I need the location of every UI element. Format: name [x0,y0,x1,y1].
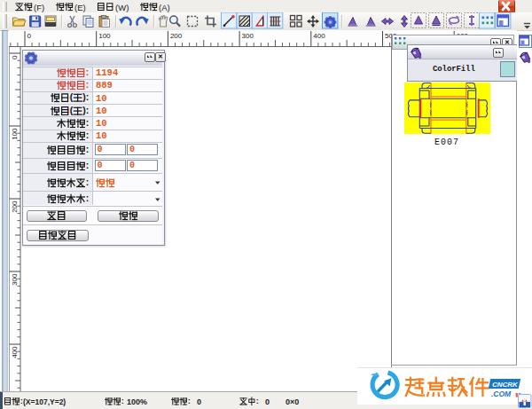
svg-text:(: ( [70,105,74,115]
svg-text::: : [86,145,90,155]
svg-text::: : [121,397,124,405]
svg-text::: : [86,193,90,203]
svg-text:200: 200 [11,201,19,213]
svg-text:200: 200 [170,32,183,40]
svg-text::: : [86,79,90,90]
svg-text::: : [86,117,90,128]
svg-text:100: 100 [11,128,19,140]
svg-text::: : [86,130,90,140]
svg-text::: : [188,397,191,405]
svg-text:400: 400 [11,346,19,358]
svg-text:0: 0 [27,32,32,40]
svg-text::: : [256,397,259,405]
svg-text::: : [86,67,90,77]
svg-text:):: ): [82,91,89,102]
svg-text:300: 300 [11,273,19,286]
svg-text:):: ): [82,105,89,115]
svg-text::: : [86,160,90,170]
svg-text:(: ( [70,91,74,102]
svg-text:0: 0 [11,55,19,59]
svg-text:400: 400 [313,32,325,40]
svg-text::: : [86,177,90,187]
svg-text:300: 300 [242,32,254,40]
svg-text:100: 100 [98,32,111,40]
